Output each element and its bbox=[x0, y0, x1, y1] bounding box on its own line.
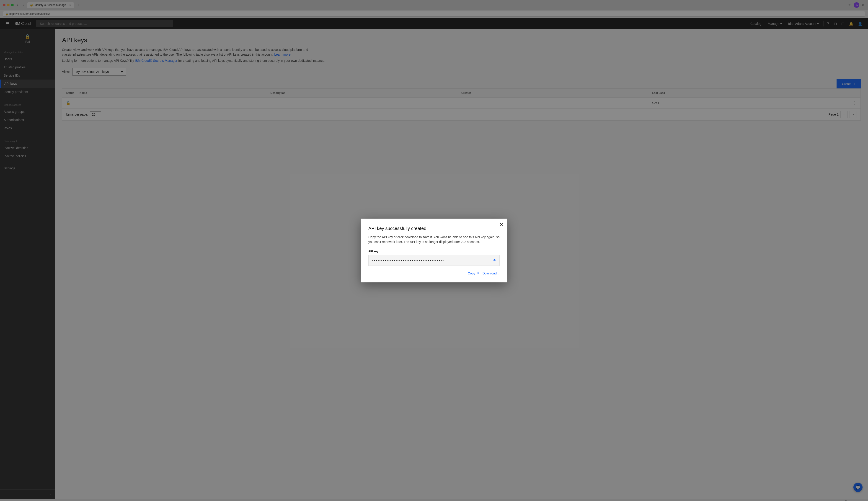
download-api-key-button[interactable]: Download ↓ bbox=[483, 271, 500, 275]
api-key-success-modal: ✕ API key successfully created Copy the … bbox=[361, 218, 507, 283]
toggle-key-visibility-button[interactable]: 👁 bbox=[493, 258, 497, 263]
copy-label: Copy bbox=[468, 271, 475, 275]
download-label: Download bbox=[483, 271, 497, 275]
api-key-value-field: ••••••••••••••••••••••••••••••••••••••••… bbox=[368, 255, 500, 266]
modal-overlay: ✕ API key successfully created Copy the … bbox=[0, 0, 868, 501]
api-key-masked-value: •••••••••••••••••••••••••••••••••••••••• bbox=[372, 258, 489, 262]
copy-api-key-button[interactable]: Copy ⧉ bbox=[468, 271, 479, 275]
download-icon: ↓ bbox=[498, 271, 500, 275]
eye-icon: 👁 bbox=[493, 258, 497, 263]
api-key-field-label: API key bbox=[368, 250, 500, 253]
modal-title: API key successfully created bbox=[368, 226, 500, 231]
modal-action-buttons: Copy ⧉ Download ↓ bbox=[368, 271, 500, 275]
copy-icon: ⧉ bbox=[476, 271, 479, 275]
modal-description: Copy the API key or click download to sa… bbox=[368, 235, 500, 244]
modal-close-button[interactable]: ✕ bbox=[500, 222, 503, 227]
